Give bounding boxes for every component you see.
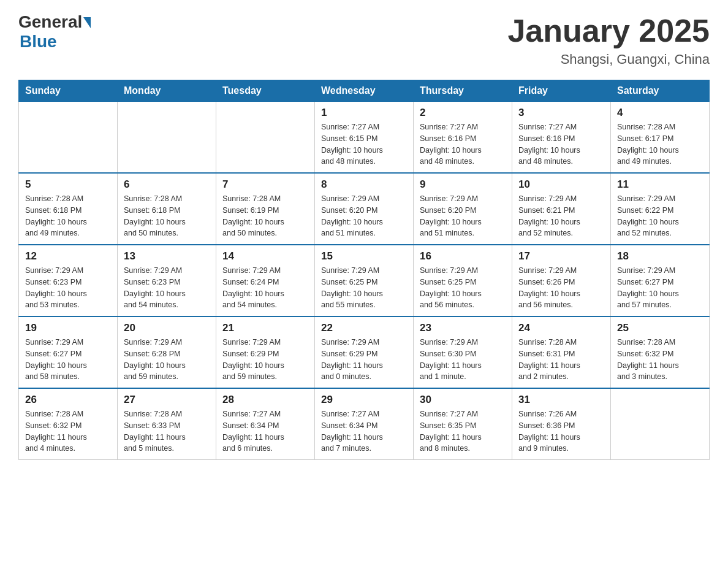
day-info: Sunrise: 7:29 AM Sunset: 6:26 PM Dayligh… bbox=[518, 265, 604, 311]
day-info: Sunrise: 7:29 AM Sunset: 6:24 PM Dayligh… bbox=[222, 265, 308, 311]
calendar-cell: 24Sunrise: 7:28 AM Sunset: 6:31 PM Dayli… bbox=[512, 316, 611, 388]
calendar-cell: 4Sunrise: 7:28 AM Sunset: 6:17 PM Daylig… bbox=[611, 102, 710, 174]
day-number: 9 bbox=[420, 178, 506, 191]
calendar-cell: 8Sunrise: 7:29 AM Sunset: 6:20 PM Daylig… bbox=[315, 173, 414, 245]
calendar-cell: 19Sunrise: 7:29 AM Sunset: 6:27 PM Dayli… bbox=[19, 316, 118, 388]
calendar-cell: 21Sunrise: 7:29 AM Sunset: 6:29 PM Dayli… bbox=[216, 316, 315, 388]
calendar-cell: 17Sunrise: 7:29 AM Sunset: 6:26 PM Dayli… bbox=[512, 245, 611, 316]
day-number: 19 bbox=[25, 322, 111, 334]
calendar-cell: 6Sunrise: 7:28 AM Sunset: 6:18 PM Daylig… bbox=[118, 173, 216, 245]
column-header-tuesday: Tuesday bbox=[216, 80, 315, 102]
calendar-cell: 7Sunrise: 7:28 AM Sunset: 6:19 PM Daylig… bbox=[216, 173, 315, 245]
logo-arrow-icon bbox=[83, 17, 91, 28]
day-number: 14 bbox=[222, 250, 308, 262]
day-info: Sunrise: 7:29 AM Sunset: 6:23 PM Dayligh… bbox=[124, 265, 210, 311]
day-number: 28 bbox=[222, 394, 308, 406]
day-number: 2 bbox=[420, 107, 506, 119]
day-info: Sunrise: 7:28 AM Sunset: 6:19 PM Dayligh… bbox=[222, 193, 308, 239]
day-info: Sunrise: 7:29 AM Sunset: 6:25 PM Dayligh… bbox=[420, 265, 506, 311]
page-header: General Blue January 2025 Shangsi, Guang… bbox=[18, 12, 710, 67]
day-info: Sunrise: 7:29 AM Sunset: 6:21 PM Dayligh… bbox=[518, 193, 604, 239]
day-number: 3 bbox=[518, 107, 604, 119]
day-info: Sunrise: 7:29 AM Sunset: 6:23 PM Dayligh… bbox=[25, 265, 111, 311]
day-info: Sunrise: 7:29 AM Sunset: 6:20 PM Dayligh… bbox=[321, 193, 407, 239]
day-info: Sunrise: 7:29 AM Sunset: 6:27 PM Dayligh… bbox=[25, 337, 111, 383]
day-info: Sunrise: 7:28 AM Sunset: 6:18 PM Dayligh… bbox=[124, 193, 210, 239]
day-number: 23 bbox=[420, 322, 506, 334]
logo-general-text: General bbox=[18, 12, 91, 32]
day-number: 11 bbox=[617, 178, 703, 191]
day-info: Sunrise: 7:27 AM Sunset: 6:16 PM Dayligh… bbox=[420, 121, 506, 167]
calendar-week-row: 19Sunrise: 7:29 AM Sunset: 6:27 PM Dayli… bbox=[19, 316, 710, 388]
calendar-week-row: 1Sunrise: 7:27 AM Sunset: 6:15 PM Daylig… bbox=[19, 102, 710, 174]
calendar-cell: 15Sunrise: 7:29 AM Sunset: 6:25 PM Dayli… bbox=[315, 245, 414, 316]
calendar-cell: 12Sunrise: 7:29 AM Sunset: 6:23 PM Dayli… bbox=[19, 245, 118, 316]
calendar-cell bbox=[118, 102, 216, 174]
calendar-title: January 2025 bbox=[507, 12, 710, 49]
calendar-table: SundayMondayTuesdayWednesdayThursdayFrid… bbox=[18, 80, 710, 460]
calendar-cell: 23Sunrise: 7:29 AM Sunset: 6:30 PM Dayli… bbox=[414, 316, 512, 388]
day-info: Sunrise: 7:28 AM Sunset: 6:31 PM Dayligh… bbox=[518, 337, 604, 383]
day-number: 6 bbox=[124, 178, 210, 191]
day-number: 25 bbox=[617, 322, 703, 334]
calendar-cell bbox=[19, 102, 118, 174]
calendar-cell: 3Sunrise: 7:27 AM Sunset: 6:16 PM Daylig… bbox=[512, 102, 611, 174]
day-number: 29 bbox=[321, 394, 407, 406]
day-info: Sunrise: 7:28 AM Sunset: 6:32 PM Dayligh… bbox=[617, 337, 703, 383]
day-info: Sunrise: 7:27 AM Sunset: 6:34 PM Dayligh… bbox=[321, 408, 407, 454]
calendar-cell: 13Sunrise: 7:29 AM Sunset: 6:23 PM Dayli… bbox=[118, 245, 216, 316]
logo-blue-text: Blue bbox=[20, 32, 57, 51]
day-number: 1 bbox=[321, 107, 407, 119]
day-info: Sunrise: 7:27 AM Sunset: 6:16 PM Dayligh… bbox=[518, 121, 604, 167]
day-number: 7 bbox=[222, 178, 308, 191]
calendar-cell: 9Sunrise: 7:29 AM Sunset: 6:20 PM Daylig… bbox=[414, 173, 512, 245]
day-number: 26 bbox=[25, 394, 111, 406]
calendar-cell bbox=[216, 102, 315, 174]
calendar-header-row: SundayMondayTuesdayWednesdayThursdayFrid… bbox=[19, 80, 710, 102]
day-number: 22 bbox=[321, 322, 407, 334]
day-number: 8 bbox=[321, 178, 407, 191]
day-info: Sunrise: 7:27 AM Sunset: 6:34 PM Dayligh… bbox=[222, 408, 308, 454]
day-number: 5 bbox=[25, 178, 111, 191]
calendar-cell: 25Sunrise: 7:28 AM Sunset: 6:32 PM Dayli… bbox=[611, 316, 710, 388]
day-info: Sunrise: 7:28 AM Sunset: 6:32 PM Dayligh… bbox=[25, 408, 111, 454]
day-number: 17 bbox=[518, 250, 604, 262]
day-info: Sunrise: 7:26 AM Sunset: 6:36 PM Dayligh… bbox=[518, 408, 604, 454]
column-header-sunday: Sunday bbox=[19, 80, 118, 102]
day-info: Sunrise: 7:29 AM Sunset: 6:22 PM Dayligh… bbox=[617, 193, 703, 239]
column-header-friday: Friday bbox=[512, 80, 611, 102]
column-header-monday: Monday bbox=[118, 80, 216, 102]
calendar-cell: 1Sunrise: 7:27 AM Sunset: 6:15 PM Daylig… bbox=[315, 102, 414, 174]
day-info: Sunrise: 7:29 AM Sunset: 6:25 PM Dayligh… bbox=[321, 265, 407, 311]
calendar-cell: 27Sunrise: 7:28 AM Sunset: 6:33 PM Dayli… bbox=[118, 388, 216, 460]
calendar-cell: 31Sunrise: 7:26 AM Sunset: 6:36 PM Dayli… bbox=[512, 388, 611, 460]
day-number: 21 bbox=[222, 322, 308, 334]
calendar-week-row: 5Sunrise: 7:28 AM Sunset: 6:18 PM Daylig… bbox=[19, 173, 710, 245]
day-number: 10 bbox=[518, 178, 604, 191]
day-info: Sunrise: 7:27 AM Sunset: 6:15 PM Dayligh… bbox=[321, 121, 407, 167]
day-number: 4 bbox=[617, 107, 703, 119]
logo: General Blue bbox=[18, 12, 91, 52]
day-number: 15 bbox=[321, 250, 407, 262]
day-number: 12 bbox=[25, 250, 111, 262]
day-info: Sunrise: 7:28 AM Sunset: 6:33 PM Dayligh… bbox=[124, 408, 210, 454]
day-number: 16 bbox=[420, 250, 506, 262]
calendar-cell: 22Sunrise: 7:29 AM Sunset: 6:29 PM Dayli… bbox=[315, 316, 414, 388]
calendar-subtitle: Shangsi, Guangxi, China bbox=[507, 52, 710, 67]
day-number: 31 bbox=[518, 394, 604, 406]
calendar-cell: 29Sunrise: 7:27 AM Sunset: 6:34 PM Dayli… bbox=[315, 388, 414, 460]
calendar-cell bbox=[611, 388, 710, 460]
calendar-cell: 11Sunrise: 7:29 AM Sunset: 6:22 PM Dayli… bbox=[611, 173, 710, 245]
day-info: Sunrise: 7:29 AM Sunset: 6:20 PM Dayligh… bbox=[420, 193, 506, 239]
calendar-cell: 14Sunrise: 7:29 AM Sunset: 6:24 PM Dayli… bbox=[216, 245, 315, 316]
calendar-cell: 30Sunrise: 7:27 AM Sunset: 6:35 PM Dayli… bbox=[414, 388, 512, 460]
day-info: Sunrise: 7:28 AM Sunset: 6:17 PM Dayligh… bbox=[617, 121, 703, 167]
calendar-cell: 26Sunrise: 7:28 AM Sunset: 6:32 PM Dayli… bbox=[19, 388, 118, 460]
day-number: 24 bbox=[518, 322, 604, 334]
day-number: 27 bbox=[124, 394, 210, 406]
calendar-cell: 20Sunrise: 7:29 AM Sunset: 6:28 PM Dayli… bbox=[118, 316, 216, 388]
day-info: Sunrise: 7:27 AM Sunset: 6:35 PM Dayligh… bbox=[420, 408, 506, 454]
day-info: Sunrise: 7:29 AM Sunset: 6:27 PM Dayligh… bbox=[617, 265, 703, 311]
day-info: Sunrise: 7:29 AM Sunset: 6:29 PM Dayligh… bbox=[222, 337, 308, 383]
day-info: Sunrise: 7:29 AM Sunset: 6:30 PM Dayligh… bbox=[420, 337, 506, 383]
